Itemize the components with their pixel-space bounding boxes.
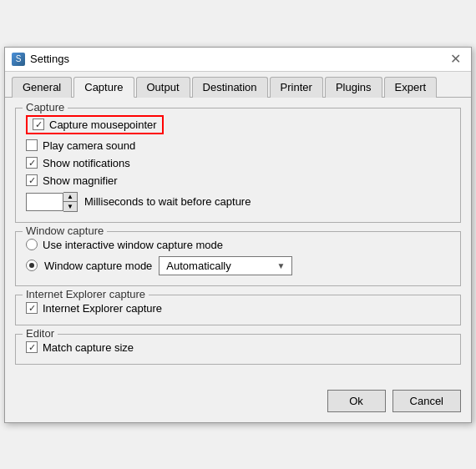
window-capture-group: Window capture Use interactive window ca…: [15, 231, 461, 286]
play-camera-sound-row: Play camera sound: [26, 139, 450, 152]
footer: Ok Cancel: [5, 383, 471, 422]
app-icon: S: [12, 53, 25, 66]
spinner-up-button[interactable]: ▲: [63, 193, 77, 202]
tab-content: Capture Capture mousepointer Play camera…: [5, 98, 471, 383]
milliseconds-label: Milliseconds to wait before capture: [84, 195, 251, 208]
play-camera-sound-checkbox[interactable]: [26, 139, 38, 151]
window-capture-group-label: Window capture: [23, 224, 107, 237]
milliseconds-input[interactable]: 100: [26, 193, 63, 211]
tab-general[interactable]: General: [12, 77, 72, 98]
interactive-window-radio[interactable]: [26, 239, 38, 250]
tab-destination[interactable]: Destination: [192, 77, 268, 98]
window-title: Settings: [30, 53, 69, 65]
capture-mousepointer-checkbox[interactable]: [33, 119, 44, 130]
capture-mousepointer-label: Capture mousepointer: [49, 119, 157, 131]
window-capture-dropdown[interactable]: Automatically ▼: [159, 256, 292, 275]
window-capture-mode-label: Window capture mode: [44, 260, 152, 272]
ok-button[interactable]: Ok: [327, 390, 386, 412]
window-capture-mode-radio[interactable]: [26, 260, 38, 271]
dropdown-value: Automatically: [166, 260, 230, 272]
interactive-window-label: Use interactive window capture mode: [43, 239, 223, 251]
interactive-window-row: Use interactive window capture mode: [26, 239, 450, 251]
ie-capture-row: Internet Explorer capture: [26, 302, 450, 315]
ie-capture-label: Internet Explorer capture: [43, 302, 162, 315]
cancel-button[interactable]: Cancel: [392, 390, 461, 412]
window-capture-mode-row: Window capture mode Automatically ▼: [26, 256, 450, 275]
tab-plugins[interactable]: Plugins: [325, 77, 382, 98]
ie-capture-group: Internet Explorer capture Internet Explo…: [15, 295, 461, 325]
capture-group: Capture Capture mousepointer Play camera…: [15, 108, 461, 223]
play-camera-sound-label: Play camera sound: [43, 139, 135, 152]
spinner-buttons: ▲ ▼: [63, 192, 78, 212]
match-capture-size-row: Match capture size: [26, 341, 450, 354]
show-magnifier-row: Show magnifier: [26, 174, 450, 187]
titlebar: S Settings ✕: [5, 48, 471, 72]
match-capture-size-label: Match capture size: [43, 341, 134, 354]
milliseconds-spinner[interactable]: 100 ▲ ▼: [26, 192, 78, 212]
capture-mousepointer-row: Capture mousepointer: [26, 115, 450, 134]
tab-bar: General Capture Output Destination Print…: [5, 72, 471, 98]
capture-group-label: Capture: [23, 101, 68, 113]
dropdown-arrow-icon: ▼: [276, 261, 285, 270]
tab-output[interactable]: Output: [136, 77, 190, 98]
editor-group: Editor Match capture size: [15, 334, 461, 365]
match-capture-size-checkbox[interactable]: [26, 341, 38, 353]
close-button[interactable]: ✕: [447, 53, 464, 66]
ie-capture-checkbox[interactable]: [26, 302, 38, 314]
show-notifications-checkbox[interactable]: [26, 157, 38, 169]
ie-capture-group-label: Internet Explorer capture: [23, 288, 149, 300]
milliseconds-row: 100 ▲ ▼ Milliseconds to wait before capt…: [26, 192, 450, 212]
show-notifications-row: Show notifications: [26, 157, 450, 169]
settings-window: S Settings ✕ General Capture Output Dest…: [4, 47, 472, 423]
show-magnifier-checkbox[interactable]: [26, 174, 38, 186]
editor-group-label: Editor: [23, 327, 58, 340]
tab-printer[interactable]: Printer: [270, 77, 323, 98]
spinner-down-button[interactable]: ▼: [63, 202, 77, 211]
tab-capture[interactable]: Capture: [73, 77, 134, 98]
titlebar-left: S Settings: [12, 53, 69, 66]
show-notifications-label: Show notifications: [43, 157, 130, 169]
tab-expert[interactable]: Expert: [384, 77, 438, 98]
show-magnifier-label: Show magnifier: [43, 174, 118, 187]
